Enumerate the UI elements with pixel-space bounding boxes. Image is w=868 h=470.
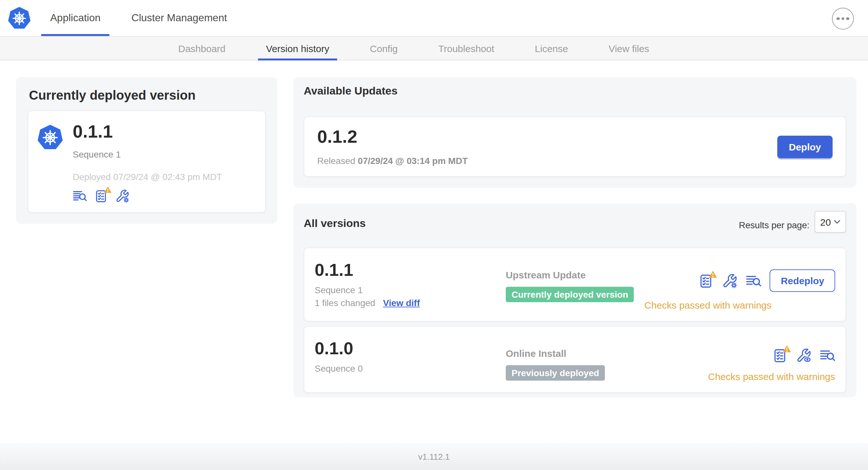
- header-tabs: Application Cluster Management: [41, 0, 249, 36]
- warning-triangle-icon: [782, 345, 792, 353]
- available-updates-section: Available Updates 0.1.2 Released 07/29/2…: [293, 77, 857, 188]
- tab-version-history[interactable]: Version history: [258, 37, 337, 60]
- preflight-checks-warning-icon[interactable]: [94, 189, 108, 203]
- view-config-icon[interactable]: [796, 348, 811, 363]
- edit-config-icon[interactable]: [722, 273, 738, 289]
- update-released-timestamp: Released 07/29/24 @ 03:14 pm MDT: [317, 156, 468, 166]
- kubernetes-logo-icon: [8, 6, 31, 30]
- kubernetes-app-icon: [37, 124, 63, 151]
- deploy-button[interactable]: Deploy: [777, 135, 833, 158]
- files-changed-label: 1 files changed: [315, 298, 375, 308]
- warning-triangle-icon: [709, 270, 718, 278]
- deployed-sequence: Sequence 1: [73, 149, 222, 160]
- row-source-label: Online Install: [506, 348, 708, 359]
- version-row-0-1-0: 0.1.0 Sequence 0 Online Install Previous…: [304, 326, 846, 393]
- version-row-0-1-1: 0.1.1 Sequence 1 1 files changed View di…: [304, 247, 846, 322]
- tab-license[interactable]: License: [527, 37, 576, 60]
- update-version-number: 0.1.2: [317, 128, 468, 146]
- console-version: v1.112.1: [418, 452, 450, 461]
- main-content: Currently deployed version 0.1.1 Sequ: [0, 61, 868, 443]
- preflight-checks-warning-icon[interactable]: [699, 273, 714, 289]
- all-versions-section: All versions Results per page: 20 0.1.1 …: [293, 203, 857, 397]
- tab-cluster-management-label: Cluster Management: [132, 12, 227, 24]
- deployed-status-badge: Previously deployed: [506, 365, 605, 381]
- edit-config-icon[interactable]: [115, 189, 129, 203]
- available-updates-title: Available Updates: [304, 85, 846, 98]
- view-logs-icon[interactable]: [746, 273, 762, 289]
- row-sequence: Sequence 1: [315, 285, 506, 296]
- view-logs-icon[interactable]: [73, 189, 87, 203]
- page-footer: v1.112.1: [0, 443, 868, 470]
- ellipsis-icon: [837, 18, 840, 20]
- preflight-status-text: Checks passed with warnings: [644, 300, 835, 310]
- deployed-timestamp: Deployed 07/29/24 @ 02:43 pm MDT: [73, 172, 222, 182]
- top-header: Application Cluster Management: [0, 0, 868, 36]
- tab-troubleshoot[interactable]: Troubleshoot: [430, 37, 502, 60]
- row-sequence: Sequence 0: [315, 364, 506, 374]
- preflight-status-text: Checks passed with warnings: [708, 371, 835, 382]
- overflow-menu-button[interactable]: [832, 8, 854, 30]
- row-version-number: 0.1.1: [315, 261, 506, 279]
- deployed-status-badge: Currently deployed version: [506, 287, 634, 302]
- all-versions-title: All versions: [304, 217, 366, 230]
- currently-deployed-title: Currently deployed version: [29, 88, 266, 103]
- currently-deployed-card: 0.1.1 Sequence 1 Deployed 07/29/24 @ 02:…: [28, 110, 266, 213]
- preflight-checks-warning-icon[interactable]: [772, 348, 787, 363]
- warning-triangle-icon: [103, 186, 112, 194]
- tab-application-label: Application: [50, 12, 101, 24]
- view-logs-icon[interactable]: [820, 348, 835, 363]
- row-version-number: 0.1.0: [315, 339, 506, 358]
- row-source-label: Upstream Update: [506, 269, 644, 280]
- tab-application[interactable]: Application: [41, 0, 110, 36]
- chevron-down-icon: [834, 220, 841, 224]
- tab-cluster-management[interactable]: Cluster Management: [123, 0, 236, 36]
- app-subnav: Dashboard Version history Config Trouble…: [0, 36, 868, 61]
- app-window: Application Cluster Management Dashboard…: [0, 0, 868, 470]
- tab-view-files[interactable]: View files: [601, 37, 657, 60]
- results-per-page-select[interactable]: 20: [815, 211, 846, 233]
- view-diff-link[interactable]: View diff: [383, 298, 420, 308]
- tab-dashboard[interactable]: Dashboard: [170, 37, 233, 60]
- results-per-page-label: Results per page:: [739, 220, 809, 230]
- redeploy-button[interactable]: Redeploy: [770, 269, 835, 292]
- tab-config[interactable]: Config: [362, 37, 406, 60]
- deployed-version-number: 0.1.1: [73, 123, 222, 141]
- currently-deployed-section: Currently deployed version 0.1.1 Sequ: [16, 77, 277, 224]
- available-update-card: 0.1.2 Released 07/29/24 @ 03:14 pm MDT D…: [304, 116, 846, 177]
